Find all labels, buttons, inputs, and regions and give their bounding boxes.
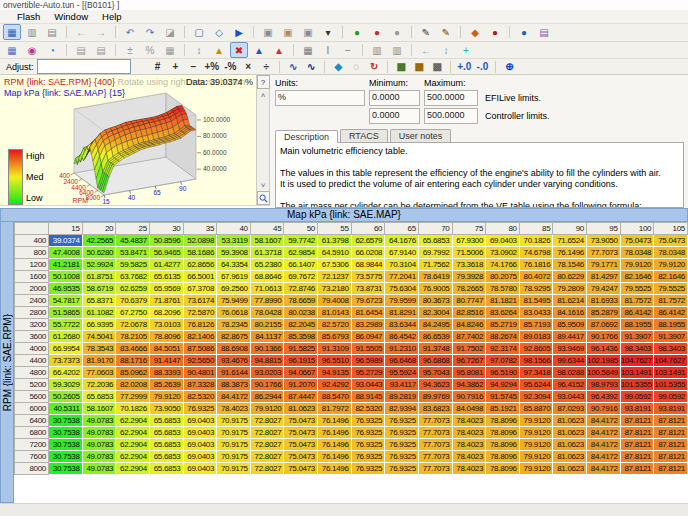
ve-cell[interactable]: 78.4023 bbox=[452, 451, 486, 463]
ve-cell[interactable]: 77.7073 bbox=[418, 451, 452, 463]
ve-cell[interactable]: 67.9140 bbox=[385, 247, 419, 259]
copy-labels-button[interactable]: ▣ bbox=[279, 24, 297, 40]
value-display-button[interactable]: ▦ bbox=[161, 42, 179, 58]
forward-button[interactable]: → bbox=[92, 24, 110, 40]
ve-cell[interactable]: 65.9569 bbox=[149, 283, 183, 295]
ve-cell[interactable]: 81.6454 bbox=[351, 307, 385, 319]
ve-row-header-4000[interactable]: 4000 bbox=[15, 343, 49, 355]
expand-axes-button[interactable]: + bbox=[457, 42, 475, 58]
ve-cell[interactable]: 86.4142 bbox=[654, 307, 688, 319]
remove-decimal-button[interactable]: -.0 bbox=[475, 60, 489, 73]
ve-cell[interactable]: 90.1766 bbox=[587, 331, 621, 343]
back-button[interactable]: ← bbox=[72, 24, 90, 40]
view-properties-button[interactable]: ▤ bbox=[43, 24, 61, 40]
ve-cell[interactable]: 79.9120 bbox=[519, 451, 553, 463]
shift-vertical-button[interactable]: ↕ bbox=[437, 42, 455, 58]
ve-cell[interactable]: 93.0203 bbox=[250, 367, 284, 379]
clear-marks-button[interactable]: ✖ bbox=[230, 42, 248, 58]
magnifier-button[interactable] bbox=[257, 191, 270, 205]
ve-cell[interactable]: 89.0183 bbox=[519, 331, 553, 343]
ve-cell[interactable]: 78.2105 bbox=[116, 331, 150, 343]
ve-cell[interactable]: 77.7073 bbox=[418, 439, 452, 451]
ve-cell[interactable]: 94.0667 bbox=[284, 367, 318, 379]
ve-cell[interactable]: 82.1646 bbox=[620, 271, 654, 283]
redo-button[interactable]: ↷ bbox=[141, 24, 159, 40]
map-trace-button[interactable]: ▩ bbox=[394, 60, 408, 73]
ve-cell[interactable]: 90.1766 bbox=[250, 379, 284, 391]
ve-cell[interactable]: 98.0288 bbox=[553, 367, 587, 379]
ve-cell[interactable]: 49.0783 bbox=[82, 427, 116, 439]
ve-cell[interactable]: 66.9395 bbox=[82, 319, 116, 331]
ve-cell[interactable]: 86.4142 bbox=[620, 307, 654, 319]
ve-cell[interactable]: 75.9499 bbox=[217, 295, 251, 307]
ve-cell[interactable]: 82.8516 bbox=[452, 307, 486, 319]
ve-cell[interactable]: 42.2565 bbox=[82, 235, 116, 247]
ve-cell[interactable]: 83.0433 bbox=[519, 307, 553, 319]
ve-col-header-100[interactable]: 100 bbox=[620, 223, 654, 235]
insert-button[interactable]: ⊕ bbox=[502, 60, 516, 73]
ve-cell[interactable]: 82.1406 bbox=[183, 331, 217, 343]
ve-cell[interactable]: 71.7562 bbox=[418, 259, 452, 271]
ve-cell[interactable]: 79.5525 bbox=[620, 283, 654, 295]
ve-col-header-65[interactable]: 65 bbox=[385, 223, 419, 235]
ve-cell[interactable]: 95.5924 bbox=[385, 367, 419, 379]
ve-cell[interactable]: 86.6539 bbox=[418, 331, 452, 343]
ve-cell[interactable]: 76.9325 bbox=[385, 415, 419, 427]
ve-cell[interactable]: 88.3873 bbox=[217, 379, 251, 391]
ve-cell[interactable]: 79.5525 bbox=[654, 283, 688, 295]
ve-cell[interactable]: 62.6259 bbox=[116, 283, 150, 295]
ve-cell[interactable]: 67.9300 bbox=[452, 235, 486, 247]
ve-cell[interactable]: 78.4023 bbox=[452, 427, 486, 439]
ve-row-header-6000[interactable]: 6000 bbox=[15, 403, 49, 415]
ve-col-header-75[interactable]: 75 bbox=[452, 223, 486, 235]
tab-user-notes[interactable]: User notes bbox=[390, 129, 452, 142]
ve-cell[interactable]: 104.7627 bbox=[654, 355, 688, 367]
ve-cell[interactable]: 96.5510 bbox=[318, 355, 352, 367]
ve-cell[interactable]: 95.2729 bbox=[351, 367, 385, 379]
ve-cell[interactable]: 51.5865 bbox=[49, 307, 83, 319]
ve-cell[interactable]: 87.8121 bbox=[620, 463, 654, 475]
ve-cell[interactable]: 72.1237 bbox=[318, 271, 352, 283]
flash-read-button[interactable]: ● bbox=[388, 24, 406, 40]
ve-cell[interactable]: 69.0403 bbox=[183, 451, 217, 463]
ve-cell[interactable]: 78.4023 bbox=[452, 439, 486, 451]
ve-cell[interactable]: 73.9050 bbox=[587, 235, 621, 247]
cursor-mode-button[interactable]: I bbox=[319, 42, 337, 58]
ve-cell[interactable]: 68.9844 bbox=[351, 259, 385, 271]
ve-cell[interactable]: 76.9325 bbox=[183, 403, 217, 415]
ve-cell[interactable]: 77.0603 bbox=[82, 367, 116, 379]
ve-cell[interactable]: 85.7193 bbox=[519, 319, 553, 331]
ve-cell[interactable]: 65.6853 bbox=[82, 391, 116, 403]
ve-cell[interactable]: 75.6304 bbox=[385, 283, 419, 295]
ve-row-header-6800[interactable]: 6800 bbox=[15, 427, 49, 439]
sort-down-button[interactable]: ▲ bbox=[270, 42, 288, 58]
decrement-button[interactable]: − bbox=[187, 60, 201, 73]
ve-cell[interactable]: 65.8371 bbox=[82, 295, 116, 307]
ve-cell[interactable]: 102.1985 bbox=[587, 355, 621, 367]
ve-cell[interactable]: 83.6264 bbox=[486, 307, 520, 319]
ve-cell[interactable]: 96.6868 bbox=[418, 355, 452, 367]
ve-cell[interactable]: 83.6823 bbox=[418, 403, 452, 415]
ve-cell[interactable]: 75.0473 bbox=[284, 451, 318, 463]
ve-col-header-105[interactable]: 105 bbox=[654, 223, 688, 235]
ve-cell[interactable]: 77.7073 bbox=[418, 427, 452, 439]
ve-cell[interactable]: 76.9325 bbox=[385, 427, 419, 439]
ve-cell[interactable]: 79.4008 bbox=[318, 295, 352, 307]
ve-cell[interactable]: 97.0782 bbox=[486, 355, 520, 367]
ve-cell[interactable]: 99.6344 bbox=[553, 355, 587, 367]
ve-cell[interactable]: 59.3908 bbox=[217, 247, 251, 259]
ve-cell[interactable]: 70.9175 bbox=[217, 451, 251, 463]
select-region-button[interactable]: ▢ bbox=[190, 24, 208, 40]
ve-cell[interactable]: 104.7627 bbox=[620, 355, 654, 367]
ve-cell[interactable]: 80.4072 bbox=[519, 271, 553, 283]
ve-cell[interactable]: 66.5001 bbox=[183, 271, 217, 283]
multiply-button[interactable]: × bbox=[241, 60, 255, 73]
ve-cell[interactable]: 53.8471 bbox=[116, 247, 150, 259]
ve-row-header-2400[interactable]: 2400 bbox=[15, 295, 49, 307]
ve-cell[interactable]: 94.9135 bbox=[318, 367, 352, 379]
ve-cell[interactable]: 87.7402 bbox=[452, 331, 486, 343]
view-log-button[interactable]: ▥ bbox=[23, 24, 41, 40]
ve-cell[interactable]: 62.2904 bbox=[116, 451, 150, 463]
ve-cell[interactable]: 45.4837 bbox=[116, 235, 150, 247]
ve-cell[interactable]: 81.0623 bbox=[553, 439, 587, 451]
